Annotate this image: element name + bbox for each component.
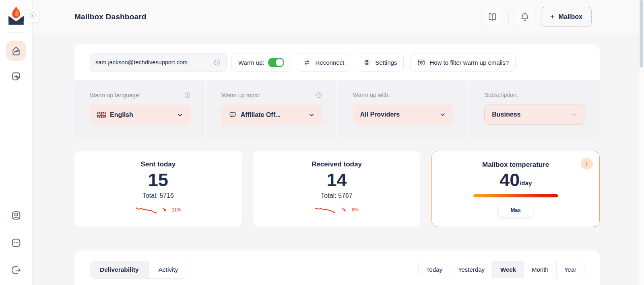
subscription-select[interactable]: Business <box>484 105 585 125</box>
notifications-button[interactable] <box>515 7 535 27</box>
chevron-down-icon <box>176 111 184 119</box>
language-value: English <box>110 111 172 119</box>
uk-flag-icon <box>97 112 106 118</box>
chart-tabs: Deliverability Activity <box>90 261 188 279</box>
help-circle-icon[interactable] <box>316 92 322 98</box>
gear-icon <box>363 58 371 67</box>
max-button[interactable]: Max <box>498 203 533 217</box>
settings-button[interactable]: Settings <box>356 53 404 72</box>
option-topic: Warm up topic: <box>205 80 337 138</box>
warmup-toggle-group: Warm up: <box>231 53 291 72</box>
period-week[interactable]: Week <box>493 261 524 278</box>
temperature-value: 40 <box>500 170 520 189</box>
warmup-label: Warm up: <box>238 59 264 66</box>
period-today[interactable]: Today <box>419 261 450 278</box>
provider-select[interactable]: All Providers <box>353 105 454 125</box>
app-window: Mailbox Dashboard + Mai <box>0 0 644 285</box>
tab-deliverability[interactable]: Deliverability <box>90 261 149 278</box>
provider-value: All Providers <box>360 111 436 118</box>
received-today-value: 14 <box>261 170 413 190</box>
option-provider-label-row: Warm up with: <box>353 92 454 98</box>
stats-row: Sent today 15 Total: 5716 - 11% <box>74 151 600 227</box>
topic-select[interactable]: Affiliate Off... <box>221 105 322 125</box>
chevron-right-circle-icon <box>28 11 37 20</box>
sidebar-bottom-group <box>6 205 26 285</box>
add-mailbox-button[interactable]: + Mailbox <box>541 7 592 27</box>
help-circle-icon[interactable] <box>184 92 191 98</box>
chevron-down-icon <box>439 111 446 118</box>
warmup-options-row: Warm up language: <box>74 80 600 138</box>
scrollbar-thumb[interactable] <box>640 0 643 68</box>
content: Warm up: Reconnect <box>33 34 644 285</box>
main-area: Mailbox Dashboard + Mai <box>33 0 644 285</box>
chart-card: Deliverability Activity Today Yesterday … <box>74 250 600 285</box>
page-title: Mailbox Dashboard <box>74 12 147 21</box>
sidebar-item-more[interactable] <box>6 233 26 253</box>
sidebar-item-logout[interactable] <box>6 260 26 280</box>
period-selector: Today Yesterday Week Month Year <box>418 261 584 278</box>
received-today-trend: - 6% <box>261 205 413 214</box>
header-divider <box>508 11 509 23</box>
provider-label: Warm up with: <box>353 92 390 98</box>
temperature-value-row: 40 /day <box>440 170 591 189</box>
scrollbar-track[interactable] <box>639 0 644 285</box>
howto-filter-button[interactable]: How to filter warm up emails? <box>410 53 516 72</box>
trend-down-arrow-icon <box>342 207 347 212</box>
temperature-alert-icon[interactable]: ! <box>581 158 593 170</box>
temperature-unit: /day <box>520 180 532 189</box>
logout-icon <box>10 264 22 276</box>
docs-button[interactable] <box>482 7 502 27</box>
sidebar-item-profile[interactable] <box>6 205 26 226</box>
trend-sparkline-icon <box>135 205 160 214</box>
warmup-toggle[interactable] <box>268 58 284 67</box>
reconnect-button[interactable]: Reconnect <box>296 53 351 72</box>
info-icon[interactable] <box>213 59 221 66</box>
user-profile-icon <box>10 210 22 221</box>
sidebar-item-add-mailbox[interactable] <box>6 66 26 86</box>
temperature-gradient-bar <box>473 194 558 197</box>
sent-today-title: Sent today <box>83 160 234 168</box>
sidebar-divider <box>7 32 25 33</box>
open-book-icon <box>487 12 497 22</box>
dashboard-home-chart-icon <box>10 45 22 56</box>
period-yesterday[interactable]: Yesterday <box>450 261 493 278</box>
received-today-title: Received today <box>261 160 413 168</box>
temperature-title: Mailbox temperature <box>440 161 591 169</box>
mailbox-temperature-card: ! Mailbox temperature 40 /day Max <box>431 151 600 227</box>
add-mailbox-label: Mailbox <box>558 13 582 21</box>
email-input[interactable] <box>95 59 213 66</box>
period-year[interactable]: Year <box>557 261 584 278</box>
sync-arrows-icon <box>303 58 311 67</box>
option-language: Warm up language: <box>74 80 205 138</box>
mailbox-panel: Warm up: Reconnect <box>74 44 600 138</box>
mailbox-email-field[interactable] <box>90 53 227 72</box>
sidebar-expand-button[interactable] <box>25 9 39 23</box>
subscription-label: Subscription: <box>484 92 518 98</box>
subscription-value: Business <box>492 111 566 118</box>
topic-label: Warm up topic: <box>221 92 260 98</box>
header: Mailbox Dashboard + Mai <box>33 0 644 34</box>
sent-today-trend: - 11% <box>83 205 234 214</box>
ellipsis-menu-icon <box>10 237 22 248</box>
settings-label: Settings <box>375 59 397 66</box>
tab-activity[interactable]: Activity <box>149 261 188 278</box>
sent-today-total: Total: 5716 <box>83 192 234 199</box>
chevron-down-icon <box>308 111 315 119</box>
sidebar-item-dashboard[interactable] <box>6 41 26 61</box>
language-select[interactable]: English <box>90 105 191 125</box>
language-label: Warm up language: <box>90 92 140 98</box>
received-today-card: Received today 14 Total: 5767 - 6% <box>253 151 421 227</box>
option-provider: Warm up with: All Providers <box>337 80 469 138</box>
toggle-knob <box>276 59 283 66</box>
received-today-total: Total: 5767 <box>261 192 413 199</box>
option-subscription-label-row: Subscription: <box>484 92 585 98</box>
sidebar <box>0 0 33 285</box>
header-actions: + Mailbox <box>482 7 592 27</box>
topic-value: Affiliate Off... <box>241 111 304 119</box>
flame-envelope-logo-icon <box>6 6 26 27</box>
trend-down-arrow-icon <box>162 207 167 212</box>
sent-today-value: 15 <box>83 170 234 190</box>
trend-sparkline-icon <box>315 205 340 214</box>
file-plus-icon <box>10 71 22 82</box>
period-month[interactable]: Month <box>524 261 557 278</box>
